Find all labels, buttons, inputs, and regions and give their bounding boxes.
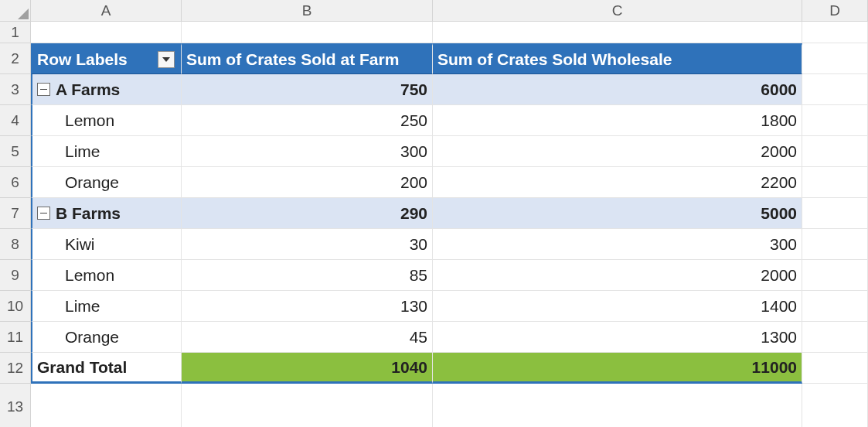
- cell[interactable]: [802, 74, 868, 105]
- cell[interactable]: [802, 353, 868, 384]
- collapse-icon[interactable]: [37, 207, 50, 220]
- cell[interactable]: [802, 260, 868, 291]
- pivot-grand-total-value[interactable]: 11000: [433, 353, 802, 384]
- cell[interactable]: [802, 22, 868, 43]
- pivot-item-label[interactable]: Kiwi: [31, 229, 182, 260]
- row-header-12[interactable]: 12: [0, 353, 31, 384]
- pivot-group-label: A Farms: [56, 80, 120, 99]
- row-header-3[interactable]: 3: [0, 74, 31, 105]
- pivot-value[interactable]: 290: [182, 198, 433, 229]
- row-header-8[interactable]: 8: [0, 229, 31, 260]
- pivot-value[interactable]: 6000: [433, 74, 802, 105]
- cell[interactable]: [182, 384, 433, 427]
- cell[interactable]: [802, 229, 868, 260]
- pivot-item-label[interactable]: Lemon: [31, 260, 182, 291]
- select-all-corner[interactable]: [0, 0, 31, 22]
- pivot-value[interactable]: 2000: [433, 136, 802, 167]
- cell[interactable]: [802, 43, 868, 74]
- row-header-4[interactable]: 4: [0, 105, 31, 136]
- pivot-value[interactable]: 1300: [433, 322, 802, 353]
- cell[interactable]: [182, 22, 433, 43]
- pivot-item-label[interactable]: Orange: [31, 322, 182, 353]
- row-header-2[interactable]: 2: [0, 43, 31, 74]
- pivot-value[interactable]: 5000: [433, 198, 802, 229]
- cell[interactable]: [802, 322, 868, 353]
- row-header-5[interactable]: 5: [0, 136, 31, 167]
- row-header-13[interactable]: 13: [0, 384, 31, 427]
- cell[interactable]: [802, 291, 868, 322]
- cell[interactable]: [802, 198, 868, 229]
- column-header-c[interactable]: C: [433, 0, 802, 22]
- pivot-group-b[interactable]: B Farms: [31, 198, 182, 229]
- pivot-value[interactable]: 300: [182, 136, 433, 167]
- pivot-value[interactable]: 300: [433, 229, 802, 260]
- chevron-down-icon: [162, 56, 171, 63]
- row-header-1[interactable]: 1: [0, 22, 31, 43]
- pivot-item-label[interactable]: Lime: [31, 291, 182, 322]
- pivot-grand-total-label[interactable]: Grand Total: [31, 353, 182, 384]
- pivot-item-label[interactable]: Lemon: [31, 105, 182, 136]
- cell[interactable]: [433, 384, 802, 427]
- pivot-group-a[interactable]: A Farms: [31, 74, 182, 105]
- pivot-value[interactable]: 200: [182, 167, 433, 198]
- row-header-6[interactable]: 6: [0, 167, 31, 198]
- pivot-value[interactable]: 45: [182, 322, 433, 353]
- row-header-10[interactable]: 10: [0, 291, 31, 322]
- pivot-value[interactable]: 2000: [433, 260, 802, 291]
- row-header-7[interactable]: 7: [0, 198, 31, 229]
- pivot-value[interactable]: 750: [182, 74, 433, 105]
- pivot-value[interactable]: 1800: [433, 105, 802, 136]
- cell[interactable]: [802, 136, 868, 167]
- pivot-value[interactable]: 30: [182, 229, 433, 260]
- cell[interactable]: [31, 22, 182, 43]
- spreadsheet-grid: A B C D 1 2 Row Labels Sum of Crates Sol…: [0, 0, 868, 427]
- pivot-value[interactable]: 2200: [433, 167, 802, 198]
- column-header-d[interactable]: D: [802, 0, 868, 22]
- pivot-grand-total-value[interactable]: 1040: [182, 353, 433, 384]
- pivot-header-row-labels[interactable]: Row Labels: [31, 43, 182, 74]
- pivot-value[interactable]: 1400: [433, 291, 802, 322]
- cell[interactable]: [433, 22, 802, 43]
- pivot-value[interactable]: 250: [182, 105, 433, 136]
- pivot-header-col2[interactable]: Sum of Crates Sold Wholesale: [433, 43, 802, 74]
- cell[interactable]: [802, 167, 868, 198]
- collapse-icon[interactable]: [37, 83, 50, 96]
- row-header-11[interactable]: 11: [0, 322, 31, 353]
- filter-dropdown-button[interactable]: [158, 51, 175, 68]
- cell[interactable]: [802, 384, 868, 427]
- pivot-item-label[interactable]: Lime: [31, 136, 182, 167]
- pivot-item-label[interactable]: Orange: [31, 167, 182, 198]
- pivot-group-label: B Farms: [56, 204, 121, 223]
- svg-marker-0: [162, 57, 170, 62]
- cell[interactable]: [31, 384, 182, 427]
- pivot-value[interactable]: 85: [182, 260, 433, 291]
- pivot-header-col1[interactable]: Sum of Crates Sold at Farm: [182, 43, 433, 74]
- pivot-value[interactable]: 130: [182, 291, 433, 322]
- cell[interactable]: [802, 105, 868, 136]
- pivot-header-text: Row Labels: [37, 50, 128, 69]
- column-header-b[interactable]: B: [182, 0, 433, 22]
- column-header-a[interactable]: A: [31, 0, 182, 22]
- row-header-9[interactable]: 9: [0, 260, 31, 291]
